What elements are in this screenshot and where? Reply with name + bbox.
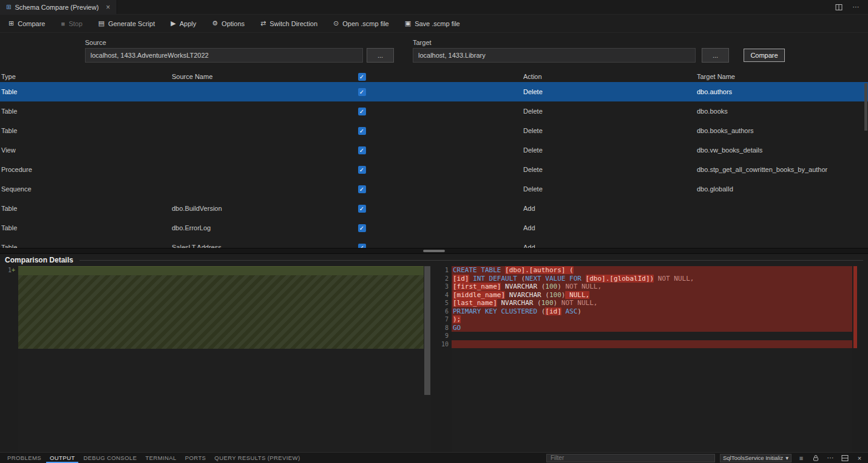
- code-line: PRIMARY KEY CLUSTERED ([id] ASC): [452, 307, 852, 316]
- line-number: 6: [431, 307, 452, 316]
- line-number: 7: [431, 315, 452, 324]
- row-include-checkbox[interactable]: ✓: [358, 108, 366, 115]
- toolbar-button-save-scmp-file[interactable]: ▣Save .scmp file: [401, 18, 464, 29]
- comparison-details-header: Comparison Details: [0, 254, 868, 266]
- connection-section: Source ... Target ... Compare: [0, 33, 868, 71]
- row-target-name: dbo.vw_books_details: [697, 146, 868, 154]
- diff-left-pane[interactable]: [18, 266, 424, 452]
- close-panel-icon[interactable]: ×: [855, 453, 864, 463]
- grid-vertical-scrollbar[interactable]: [864, 83, 867, 247]
- compare-icon: ⊞: [8, 19, 14, 27]
- more-actions-icon[interactable]: ⋯: [826, 453, 835, 463]
- panel-tab-ports[interactable]: PORTS: [181, 453, 210, 463]
- panel-splitter[interactable]: [0, 248, 868, 254]
- toolbar-button-generate-script[interactable]: ▤Generate Script: [95, 18, 158, 29]
- tab-title: Schema Compare (Preview): [15, 4, 98, 11]
- row-include-checkbox[interactable]: ✓: [358, 205, 366, 213]
- table-row[interactable]: TableSalesLT.Address✓Add: [0, 238, 868, 248]
- chevron-down-icon: ▾: [785, 454, 788, 461]
- line-number: 4: [431, 291, 452, 300]
- table-row[interactable]: Procedure✓Deletedbo.stp_get_all_cowritte…: [0, 160, 868, 179]
- column-header-target-name: Target Name: [697, 73, 868, 80]
- panel-tab-debug-console[interactable]: DEBUG CONSOLE: [80, 453, 140, 463]
- tab-close-icon[interactable]: ×: [106, 3, 110, 12]
- diff-left-scrollbar[interactable]: [424, 266, 431, 452]
- source-browse-button[interactable]: ...: [367, 48, 394, 63]
- line-number: 9: [431, 332, 452, 340]
- bottom-panel: PROBLEMSOUTPUTDEBUG CONSOLETERMINALPORTS…: [0, 452, 868, 463]
- output-view-icon[interactable]: ≡: [796, 453, 806, 463]
- table-row[interactable]: Table✓Deletedbo.books_authors: [0, 121, 868, 140]
- table-row[interactable]: Table✓Deletedbo.books: [0, 101, 868, 121]
- header-divider: [80, 260, 863, 261]
- row-target-name: dbo.books: [697, 108, 868, 115]
- line-number: 3: [431, 283, 452, 291]
- row-target-name: dbo.globalId: [697, 185, 868, 193]
- lock-scroll-icon[interactable]: [811, 453, 821, 463]
- target-input[interactable]: [413, 48, 696, 63]
- row-action: Add: [523, 244, 697, 248]
- toolbar-button-options[interactable]: ⚙Options: [208, 18, 248, 29]
- code-line: [id] INT DEFAULT (NEXT VALUE FOR [dbo].[…: [452, 275, 852, 283]
- row-include-checkbox[interactable]: ✓: [358, 146, 366, 154]
- editor-more-actions-icon[interactable]: ⋯: [851, 2, 861, 12]
- row-type: Table: [1, 88, 172, 95]
- row-include-checkbox[interactable]: ✓: [358, 185, 366, 193]
- row-type: Procedure: [1, 166, 172, 173]
- panel-tab-query-results-preview-[interactable]: QUERY RESULTS (PREVIEW): [211, 453, 303, 463]
- grid-header: Type Source Name ✓ Action Target Name: [0, 71, 868, 82]
- header-checkbox[interactable]: ✓: [358, 73, 366, 81]
- panel-tabs: PROBLEMSOUTPUTDEBUG CONSOLETERMINALPORTS…: [4, 453, 304, 463]
- splitter-grip[interactable]: [423, 250, 445, 252]
- toolbar-button-apply[interactable]: ▶Apply: [167, 18, 200, 29]
- panel-tab-output[interactable]: OUTPUT: [46, 453, 78, 463]
- toolbar-button-label: Open .scmp file: [342, 20, 388, 27]
- row-include-checkbox[interactable]: ✓: [358, 127, 366, 135]
- line-number: 5: [431, 299, 452, 307]
- row-include-checkbox[interactable]: ✓: [358, 224, 366, 232]
- column-header-action: Action: [523, 73, 697, 80]
- row-source-name: dbo.ErrorLog: [172, 224, 353, 231]
- table-row[interactable]: Sequence✓Deletedbo.globalId: [0, 179, 868, 199]
- row-include-checkbox[interactable]: ✓: [358, 166, 366, 174]
- table-row[interactable]: Tabledbo.ErrorLog✓Add: [0, 218, 868, 238]
- toolbar-button-label: Save .scmp file: [415, 20, 460, 27]
- toolbar-button-label: Switch Direction: [270, 20, 317, 27]
- toolbar-button-open-scmp-file[interactable]: ⊙Open .scmp file: [330, 18, 393, 29]
- source-input[interactable]: [85, 48, 363, 63]
- line-number: 2: [431, 275, 452, 283]
- tab-schema-compare[interactable]: ⊞ Schema Compare (Preview) ×: [0, 0, 117, 14]
- line-number: 1+: [0, 266, 18, 275]
- panel-tab-problems[interactable]: PROBLEMS: [4, 453, 45, 463]
- toolbar-button-switch-direction[interactable]: ⇄Switch Direction: [257, 18, 321, 29]
- code-line: GO: [452, 324, 852, 332]
- output-channel-value: SqlToolsService Initializ: [723, 454, 783, 461]
- toolbar-button-compare[interactable]: ⊞Compare: [5, 18, 49, 29]
- table-row[interactable]: View✓Deletedbo.vw_books_details: [0, 140, 868, 160]
- row-type: Table: [1, 205, 172, 212]
- source-label: Source: [85, 39, 106, 46]
- column-header-type: Type: [1, 73, 172, 80]
- table-row[interactable]: Table✓Deletedbo.authors: [0, 82, 868, 101]
- split-panel-icon[interactable]: [840, 453, 850, 463]
- code-line: [middle_name] NVARCHAR (100) NULL,: [452, 291, 852, 300]
- diff-right-pane[interactable]: CREATE TABLE [dbo].[authors] ([id] INT D…: [452, 266, 852, 452]
- diff-right-gutter: 12345678910: [431, 266, 452, 452]
- row-source-name: dbo.BuildVersion: [172, 205, 353, 212]
- split-editor-icon[interactable]: [834, 2, 844, 12]
- line-number: 10: [431, 340, 452, 349]
- output-filter-input[interactable]: [546, 454, 715, 462]
- row-target-name: dbo.stp_get_all_cowritten_books_by_autho…: [697, 166, 868, 173]
- target-browse-button[interactable]: ...: [702, 48, 729, 63]
- diff-added-line: [18, 267, 424, 275]
- table-row[interactable]: Tabledbo.BuildVersion✓Add: [0, 199, 868, 218]
- panel-tab-terminal[interactable]: TERMINAL: [142, 453, 180, 463]
- compare-button[interactable]: Compare: [744, 49, 785, 62]
- output-channel-select[interactable]: SqlToolsService Initializ ▾: [720, 454, 792, 462]
- row-include-checkbox[interactable]: ✓: [358, 244, 366, 249]
- grid-rows: Table✓Deletedbo.authorsTable✓Deletedbo.b…: [0, 82, 868, 248]
- row-type: Table: [1, 244, 172, 248]
- row-type: Table: [1, 224, 172, 231]
- row-type: View: [1, 146, 172, 154]
- row-include-checkbox[interactable]: ✓: [358, 88, 366, 96]
